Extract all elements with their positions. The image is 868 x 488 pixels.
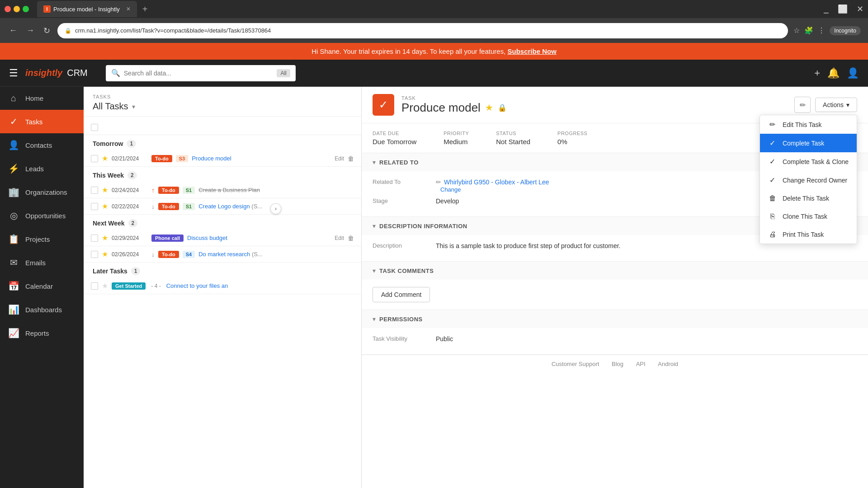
footer-link-android[interactable]: Android: [658, 361, 678, 367]
sidebar-item-organizations[interactable]: 🏢 Organizations: [0, 180, 84, 204]
task-star-produce[interactable]: ★: [102, 154, 108, 163]
account-button[interactable]: 👤: [847, 67, 859, 79]
detail-star-icon[interactable]: ★: [485, 102, 493, 113]
notifications-button[interactable]: 🔔: [827, 67, 840, 79]
sidebar-item-opportunities[interactable]: ◎ Opportunities: [0, 204, 84, 227]
sidebar-item-home[interactable]: ⌂ Home: [0, 87, 84, 110]
section-this-week-label: This Week: [93, 172, 124, 179]
action-clone-task-label: Clone This Task: [783, 213, 827, 220]
action-change-owner[interactable]: ✓ Change Record Owner: [760, 171, 857, 189]
task-row-produce-model[interactable]: ★ 02/21/2024 To-do S3 Produce model Edit…: [84, 150, 361, 167]
add-comment-button[interactable]: Add Comment: [373, 287, 430, 302]
task-row-logo-design[interactable]: ★ 02/22/2024 ↓ To-do S1 Create Logo desi…: [84, 198, 361, 215]
task-name-produce[interactable]: Produce model: [192, 155, 331, 162]
sidebar-item-reports[interactable]: 📈 Reports: [0, 321, 84, 345]
print-task-icon: 🖨: [768, 230, 777, 239]
task-checkbox-bplan[interactable]: [91, 187, 98, 194]
back-button[interactable]: ←: [7, 24, 19, 37]
actions-button[interactable]: Actions ▾: [815, 98, 857, 112]
section-comments-body: Add Comment: [362, 280, 868, 310]
action-change-owner-label: Change Record Owner: [783, 177, 847, 184]
task-checkbox-budget[interactable]: [91, 235, 98, 242]
bookmark-icon[interactable]: ☆: [793, 26, 800, 35]
extensions-icon[interactable]: 🧩: [804, 26, 813, 35]
panel-collapse-toggle[interactable]: ›: [270, 203, 281, 214]
tasks-section-label: TASKS: [93, 94, 352, 99]
task-edit-produce[interactable]: Edit: [335, 155, 344, 162]
meta-status-label: Status: [496, 131, 530, 136]
search-input[interactable]: [124, 70, 274, 77]
task-star-logo[interactable]: ★: [102, 202, 108, 211]
sidebar-item-contacts[interactable]: 👤 Contacts: [0, 133, 84, 157]
task-delete-produce[interactable]: 🗑: [348, 155, 354, 162]
action-delete-task[interactable]: 🗑 Delete This Task: [760, 189, 857, 207]
search-all-badge[interactable]: All: [277, 69, 290, 77]
task-name-connect[interactable]: Connect to your files an: [166, 282, 354, 289]
footer-link-blog[interactable]: Blog: [612, 361, 623, 367]
task-checkbox-produce[interactable]: [91, 155, 98, 162]
app: Hi Shane. Your trial expires in 14 days.…: [0, 43, 868, 488]
sidebar-item-emails-label: Emails: [25, 259, 46, 267]
task-edit-budget[interactable]: Edit: [335, 235, 344, 241]
section-task-comments: ▾ TASK COMMENTS Add Comment: [362, 262, 868, 310]
detail-title: Produce model ★ 🔒: [401, 101, 787, 115]
forward-button[interactable]: →: [24, 24, 36, 37]
task-star-bplan[interactable]: ★: [102, 186, 108, 194]
tasks-dropdown-arrow[interactable]: ▾: [132, 103, 135, 110]
action-complete-task[interactable]: ✓ Complete Task: [760, 134, 857, 152]
sidebar-item-tasks[interactable]: ✓ Tasks: [0, 110, 84, 133]
task-name-budget[interactable]: Discuss budget: [187, 235, 331, 241]
edit-icon-button[interactable]: ✏: [794, 97, 811, 113]
task-checkbox-market[interactable]: [91, 251, 98, 258]
task-row-connect-files[interactable]: ★ Get Started - 4 - Connect to your file…: [84, 278, 361, 294]
task-row-business-plan[interactable]: ★ 02/24/2024 ↑ To-do S1 Create a Busines…: [84, 182, 361, 198]
select-all-checkbox[interactable]: [91, 124, 98, 131]
task-row-discuss-budget[interactable]: ★ 02/29/2024 Phone call Discuss budget E…: [84, 230, 361, 246]
task-row-market-research[interactable]: ★ 02/26/2024 ↓ To-do S4 Do market resear…: [84, 246, 361, 263]
settings-icon[interactable]: ⋮: [818, 26, 825, 35]
section-comments-title-row[interactable]: ▾ TASK COMMENTS: [362, 262, 868, 280]
sidebar-item-emails[interactable]: ✉ Emails: [0, 251, 84, 274]
footer-link-support[interactable]: Customer Support: [552, 361, 599, 367]
detail-title-area: TASK Produce model ★ 🔒: [401, 95, 787, 115]
sidebar-item-calendar[interactable]: 📅 Calendar: [0, 274, 84, 298]
task-name-market[interactable]: Do market research (S...: [198, 251, 354, 258]
section-permissions-title: PERMISSIONS: [379, 316, 423, 323]
add-button[interactable]: +: [814, 67, 820, 79]
task-checkbox-connect[interactable]: [91, 282, 98, 290]
task-stage-bplan: S1: [183, 187, 195, 194]
task-star-market[interactable]: ★: [102, 250, 108, 258]
sidebar-item-projects[interactable]: 📋 Projects: [0, 227, 84, 251]
task-star-connect[interactable]: ★: [102, 282, 108, 290]
address-bar[interactable]: 🔒 crm.na1.insightly.com/list/Task?v=comp…: [57, 23, 788, 38]
task-star-budget[interactable]: ★: [102, 234, 108, 242]
content-area: TASKS All Tasks ▾ Tomorrow 1: [84, 87, 868, 488]
sidebar-item-dashboards[interactable]: 📊 Dashboards: [0, 298, 84, 321]
hamburger-menu[interactable]: ☰: [9, 67, 18, 79]
sidebar-item-leads[interactable]: ⚡ Leads: [0, 157, 84, 180]
tab-bar: I Produce model - Insightly ✕ + ⎯ ⬜ ✕: [0, 0, 868, 18]
task-checkbox-logo[interactable]: [91, 203, 98, 210]
task-date-bplan: 02/24/2024: [112, 187, 148, 193]
section-permissions-body: Task Visibility Public: [362, 328, 868, 354]
section-description-title: DESCRIPTION INFORMATION: [379, 223, 467, 230]
reload-button[interactable]: ↻: [42, 24, 52, 38]
task-name-bplan[interactable]: Create a Business Plan: [198, 187, 354, 193]
action-edit-task[interactable]: ✏ Edit This Task: [760, 115, 857, 134]
subscribe-link[interactable]: Subscribe Now: [507, 47, 556, 55]
related-to-link[interactable]: ✏ Whirlybird G950 - Globex - Albert Lee: [436, 178, 549, 186]
sidebar: ⌂ Home ✓ Tasks 👤 Contacts ⚡ Leads 🏢 Orga…: [0, 87, 84, 488]
related-to-change-link[interactable]: Change: [440, 186, 461, 193]
task-stage-connect: - 4 -: [151, 283, 160, 289]
lock-icon: 🔒: [65, 28, 71, 34]
action-complete-clone[interactable]: ✓ Complete Task & Clone: [760, 152, 857, 171]
tab-close-button[interactable]: ✕: [126, 6, 131, 12]
browser-tab[interactable]: I Produce model - Insightly ✕: [37, 1, 137, 17]
search-bar[interactable]: 🔍 All: [106, 65, 296, 81]
action-print-task[interactable]: 🖨 Print This Task: [760, 225, 857, 244]
section-permissions-title-row[interactable]: ▾ PERMISSIONS: [362, 310, 868, 328]
task-delete-budget[interactable]: 🗑: [348, 235, 354, 242]
footer-link-api[interactable]: API: [636, 361, 646, 367]
new-tab-button[interactable]: +: [142, 4, 148, 14]
action-clone-task[interactable]: ⎘ Clone This Task: [760, 207, 857, 225]
